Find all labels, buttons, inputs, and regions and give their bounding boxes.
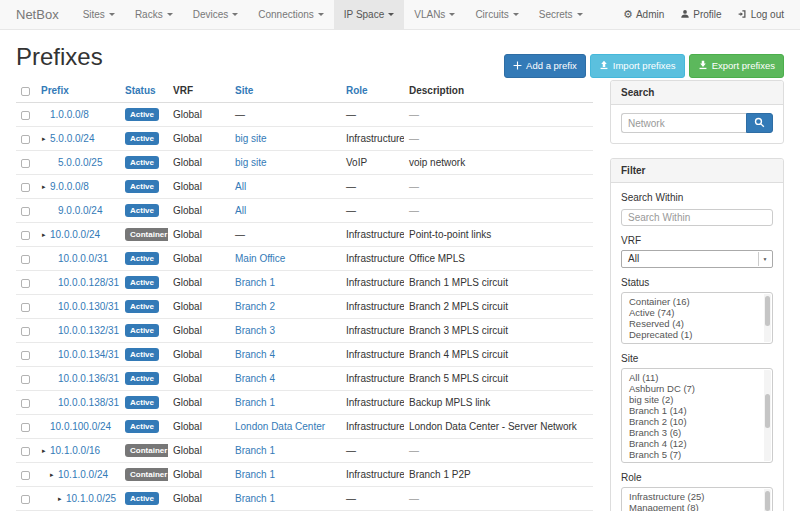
row-checkbox[interactable] [21,351,30,360]
search-within-input[interactable] [621,209,773,226]
column-header-site[interactable]: Site [230,80,341,103]
row-checkbox[interactable] [21,183,30,192]
site-link[interactable]: Main Office [235,253,285,264]
row-checkbox[interactable] [21,279,30,288]
status-listbox[interactable]: Container (16)Active (74)Reserved (4)Dep… [621,292,773,344]
site-link[interactable]: London Data Center [235,421,325,432]
prefix-link[interactable]: 10.0.0.138/31 [58,397,119,408]
export-prefixes-button[interactable]: Export prefixes [689,54,784,78]
row-checkbox[interactable] [21,399,30,408]
nav-log-out-button[interactable]: Log out [730,0,792,29]
row-checkbox[interactable] [21,207,30,216]
listbox-option[interactable]: Branch 3 (6) [622,427,762,438]
prefix-link[interactable]: 5.0.0.0/25 [58,157,102,168]
site-link[interactable]: Branch 4 [235,373,275,384]
scrollbar-thumb[interactable] [765,394,770,428]
nav-item-secrets[interactable]: Secrets [529,0,593,29]
search-input[interactable] [621,113,746,133]
prefix-link[interactable]: 10.1.0.0/25 [66,493,116,504]
site-link[interactable]: big site [235,157,267,168]
row-checkbox[interactable] [21,111,30,120]
row-checkbox[interactable] [21,375,30,384]
row-checkbox[interactable] [21,231,30,240]
site-link[interactable]: Branch 4 [235,349,275,360]
expand-caret-icon[interactable]: ▸ [42,135,50,143]
row-checkbox[interactable] [21,327,30,336]
site-link[interactable]: Branch 1 [235,397,275,408]
nav-item-ip-space[interactable]: IP Space [334,0,404,29]
listbox-option[interactable]: COLO-1-24 (3) [622,460,762,463]
listbox-option[interactable]: Deprecated (1) [622,329,762,340]
prefix-link[interactable]: 1.0.0.0/8 [50,109,89,120]
brand-link[interactable]: NetBox [0,0,73,29]
prefix-link[interactable]: 9.0.0.0/8 [50,181,89,192]
nav-item-devices[interactable]: Devices [183,0,249,29]
prefix-link[interactable]: 10.1.0.0/24 [58,469,108,480]
nav-profile-button[interactable]: Profile [672,0,729,29]
listbox-option[interactable]: All (11) [622,372,762,383]
prefix-link[interactable]: 10.1.0.0/16 [50,445,100,456]
listbox-option[interactable]: Ashburn DC (7) [622,383,762,394]
site-link[interactable]: All [235,205,246,216]
row-checkbox[interactable] [21,471,30,480]
prefix-link[interactable]: 10.0.0.0/31 [58,253,108,264]
listbox-option[interactable]: Active (74) [622,307,762,318]
prefix-link[interactable]: 10.0.0.0/24 [50,229,100,240]
scrollbar-thumb[interactable] [765,296,770,326]
prefix-link[interactable]: 10.0.0.130/31 [58,301,119,312]
column-header-role[interactable]: Role [341,80,404,103]
prefix-link[interactable]: 10.0.0.132/31 [58,325,119,336]
row-checkbox[interactable] [21,423,30,432]
nav-admin-button[interactable]: ⚙Admin [615,0,672,29]
expand-caret-icon[interactable]: ▸ [42,183,50,191]
column-header-status[interactable]: Status [120,80,168,103]
import-prefixes-button[interactable]: Import prefixes [590,54,685,78]
listbox-option[interactable]: big site (2) [622,394,762,405]
add-a-prefix-button[interactable]: Add a prefix [504,54,586,78]
prefix-link[interactable]: 10.0.0.134/31 [58,349,119,360]
site-link[interactable]: All [235,181,246,192]
listbox-option[interactable]: Reserved (4) [622,318,762,329]
site-link[interactable]: Branch 1 [235,277,275,288]
row-checkbox[interactable] [21,135,30,144]
expand-caret-icon[interactable]: ▸ [58,495,66,503]
site-link[interactable]: big site [235,133,267,144]
prefix-link[interactable]: 10.0.0.136/31 [58,373,119,384]
select-all-checkbox[interactable] [21,87,30,96]
row-checkbox[interactable] [21,495,30,504]
listbox-option[interactable]: Management (8) [622,502,762,511]
listbox-option[interactable]: Infrastructure (25) [622,491,762,502]
nav-item-circuits[interactable]: Circuits [465,0,528,29]
site-link[interactable]: Branch 1 [235,493,275,504]
site-link[interactable]: Branch 1 [235,469,275,480]
nav-item-vlans[interactable]: VLANs [404,0,465,29]
role-listbox[interactable]: Infrastructure (25)Management (8)Private… [621,487,773,511]
nav-item-connections[interactable]: Connections [248,0,334,29]
listbox-option[interactable]: Container (16) [622,296,762,307]
prefix-link[interactable]: 9.0.0.0/24 [58,205,102,216]
row-checkbox[interactable] [21,159,30,168]
expand-caret-icon[interactable]: ▸ [42,231,50,239]
prefix-link[interactable]: 10.0.100.0/24 [50,421,111,432]
expand-caret-icon[interactable]: ▸ [42,447,50,455]
site-link[interactable]: Branch 1 [235,445,275,456]
prefix-link[interactable]: 10.0.0.128/31 [58,277,119,288]
listbox-option[interactable]: Branch 5 (7) [622,449,762,460]
search-button[interactable] [746,113,773,133]
column-header-prefix[interactable]: Prefix [36,80,120,103]
nav-item-racks[interactable]: Racks [125,0,183,29]
site-link[interactable]: Branch 2 [235,301,275,312]
site-listbox[interactable]: All (11)Ashburn DC (7)big site (2)Branch… [621,368,773,463]
row-checkbox[interactable] [21,303,30,312]
expand-caret-icon[interactable]: ▸ [50,471,58,479]
nav-item-sites[interactable]: Sites [73,0,125,29]
listbox-option[interactable]: Branch 4 (12) [622,438,762,449]
row-checkbox[interactable] [21,255,30,264]
listbox-option[interactable]: Branch 1 (14) [622,405,762,416]
prefix-link[interactable]: 5.0.0.0/24 [50,133,94,144]
row-checkbox[interactable] [21,447,30,456]
scrollbar-thumb[interactable] [765,491,770,511]
site-link[interactable]: Branch 3 [235,325,275,336]
listbox-option[interactable]: Branch 2 (10) [622,416,762,427]
vrf-select[interactable]: All▼ [621,250,773,268]
